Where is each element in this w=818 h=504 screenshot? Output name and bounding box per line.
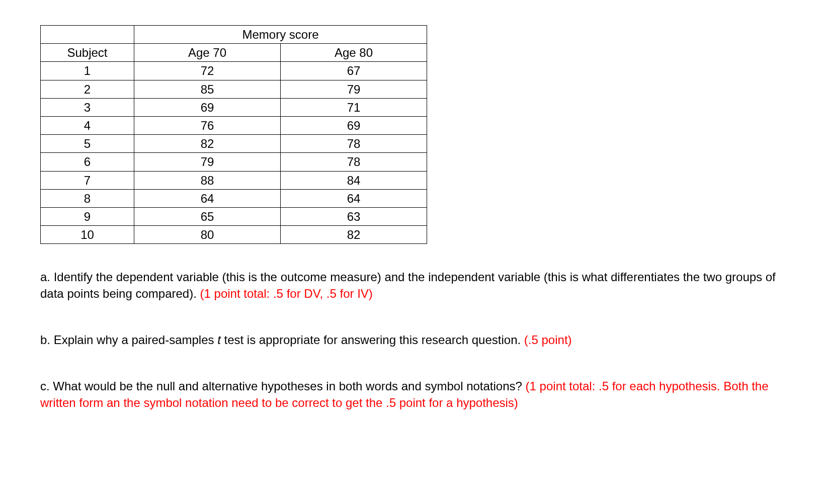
cell-age70: 69 bbox=[134, 98, 281, 116]
cell-subject: 4 bbox=[41, 116, 134, 134]
table-row: 8 64 64 bbox=[41, 189, 427, 207]
question-b-italic: t bbox=[217, 333, 221, 347]
question-a-text: a. Identify the dependent variable (this… bbox=[40, 270, 776, 300]
table-col-age80: Age 80 bbox=[281, 44, 427, 62]
cell-age70: 64 bbox=[134, 189, 281, 207]
cell-age70: 65 bbox=[134, 207, 281, 225]
cell-age80: 69 bbox=[281, 116, 427, 134]
question-b-points: (.5 point) bbox=[524, 333, 572, 347]
table-row: 1 72 67 bbox=[41, 62, 427, 80]
cell-subject: 7 bbox=[41, 171, 134, 189]
cell-age80: 78 bbox=[281, 135, 427, 153]
cell-age80: 78 bbox=[281, 153, 427, 171]
cell-age80: 63 bbox=[281, 207, 427, 225]
question-b-suffix: test is appropriate for answering this r… bbox=[221, 333, 524, 347]
table-row: 4 76 69 bbox=[41, 116, 427, 134]
cell-age70: 82 bbox=[134, 135, 281, 153]
question-b-prefix: b. Explain why a paired-samples bbox=[40, 333, 217, 347]
cell-age80: 67 bbox=[281, 62, 427, 80]
cell-age70: 88 bbox=[134, 171, 281, 189]
question-c: c. What would be the null and alternativ… bbox=[40, 378, 778, 411]
cell-age70: 85 bbox=[134, 80, 281, 98]
cell-subject: 6 bbox=[41, 153, 134, 171]
question-c-text: c. What would be the null and alternativ… bbox=[40, 379, 526, 393]
cell-age80: 82 bbox=[281, 226, 427, 244]
cell-subject: 2 bbox=[41, 80, 134, 98]
cell-age70: 80 bbox=[134, 226, 281, 244]
cell-subject: 10 bbox=[41, 226, 134, 244]
table-row: 10 80 82 bbox=[41, 226, 427, 244]
cell-age70: 76 bbox=[134, 116, 281, 134]
table-col-age70: Age 70 bbox=[134, 44, 281, 62]
table-row: 5 82 78 bbox=[41, 135, 427, 153]
cell-age80: 79 bbox=[281, 80, 427, 98]
cell-subject: 9 bbox=[41, 207, 134, 225]
table-row: 9 65 63 bbox=[41, 207, 427, 225]
cell-age80: 71 bbox=[281, 98, 427, 116]
question-b: b. Explain why a paired-samples t test i… bbox=[40, 332, 778, 348]
cell-age70: 72 bbox=[134, 62, 281, 80]
table-col-subject: Subject bbox=[41, 44, 134, 62]
question-a: a. Identify the dependent variable (this… bbox=[40, 269, 778, 302]
cell-subject: 5 bbox=[41, 135, 134, 153]
table-row: 7 88 84 bbox=[41, 171, 427, 189]
cell-age80: 64 bbox=[281, 189, 427, 207]
table-row: 2 85 79 bbox=[41, 80, 427, 98]
cell-subject: 3 bbox=[41, 98, 134, 116]
cell-subject: 1 bbox=[41, 62, 134, 80]
cell-age70: 79 bbox=[134, 153, 281, 171]
cell-age80: 84 bbox=[281, 171, 427, 189]
table-row: 3 69 71 bbox=[41, 98, 427, 116]
question-a-points: (1 point total: .5 for DV, .5 for IV) bbox=[200, 287, 373, 300]
memory-score-table: Memory score Subject Age 70 Age 80 1 72 … bbox=[40, 25, 427, 244]
cell-subject: 8 bbox=[41, 189, 134, 207]
table-header-merged: Memory score bbox=[134, 26, 427, 44]
table-row: 6 79 78 bbox=[41, 153, 427, 171]
